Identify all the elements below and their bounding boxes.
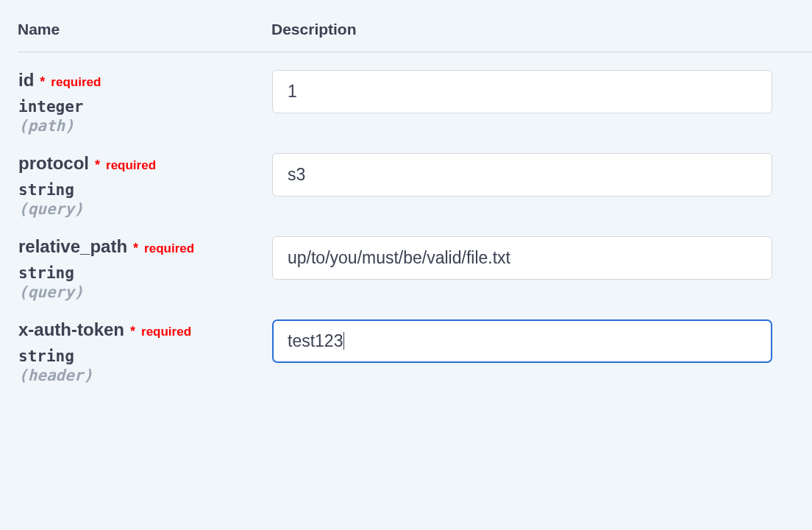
parameters-table: Name Description id * required integer (…: [18, 16, 812, 385]
text-caret-icon: [343, 332, 344, 350]
required-label: required: [51, 75, 101, 90]
param-name: x-auth-token: [18, 319, 124, 340]
input-value: test123: [288, 331, 343, 350]
param-type: integer: [18, 98, 257, 116]
table-row: protocol * required string (query) s3: [18, 135, 812, 219]
param-location: (path): [18, 117, 257, 135]
param-location: (header): [18, 367, 257, 384]
required-label: required: [144, 241, 194, 256]
protocol-input[interactable]: s3: [272, 153, 772, 197]
table-row: relative_path * required string (query) …: [18, 219, 812, 302]
table-row: id * required integer (path) 1: [18, 52, 812, 136]
table-row: x-auth-token * required string (header) …: [18, 302, 812, 385]
param-location: (query): [18, 200, 257, 218]
x-auth-token-input[interactable]: test123: [272, 319, 772, 363]
param-name: id: [18, 70, 34, 91]
required-label: required: [141, 325, 191, 339]
param-location: (query): [18, 283, 257, 301]
required-star-icon: *: [133, 241, 138, 256]
column-header-description: Description: [271, 16, 812, 52]
param-type: string: [18, 181, 257, 199]
required-star-icon: *: [130, 324, 135, 339]
required-star-icon: *: [95, 158, 100, 173]
param-name: protocol: [18, 153, 89, 174]
param-type: string: [18, 264, 257, 282]
relative-path-input[interactable]: up/to/you/must/be/valid/file.txt: [272, 236, 772, 280]
required-star-icon: *: [40, 74, 45, 90]
param-name: relative_path: [18, 236, 127, 257]
column-header-name: Name: [18, 16, 271, 52]
param-type: string: [18, 347, 257, 365]
id-input[interactable]: 1: [272, 70, 772, 113]
required-label: required: [106, 158, 156, 173]
